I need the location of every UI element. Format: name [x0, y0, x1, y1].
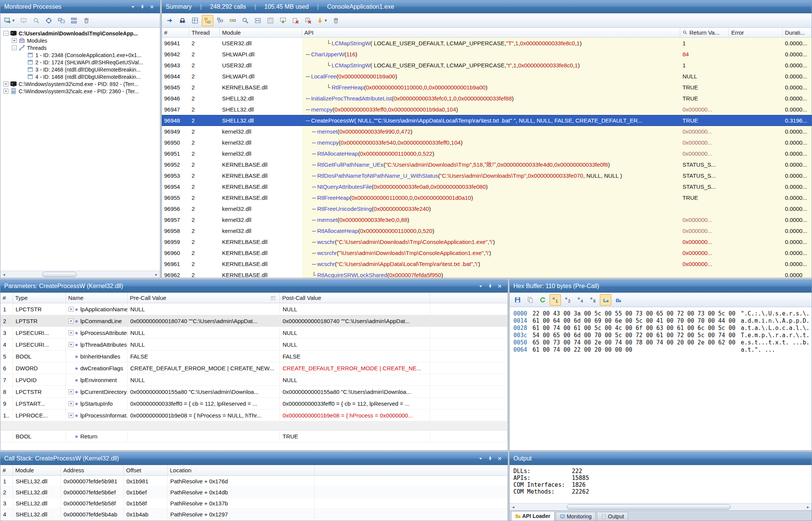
collapse-icon[interactable]: - — [12, 45, 17, 50]
parameter-row[interactable]: 7LPVOID◆lpEnvironmentNULLNULL — [0, 374, 508, 386]
param-column-header[interactable]: Post-Call Value — [280, 293, 430, 303]
column-header[interactable]: Location — [168, 465, 315, 475]
little-endian-button[interactable]: L — [600, 294, 611, 306]
tree-item[interactable]: 2 - ID: 1724 (SHLWAPI.dll!SHReqGetUSVal.… — [0, 59, 160, 66]
horizontal-scrollbar[interactable]: ◂ ▸ — [510, 503, 812, 510]
tab-api-loader[interactable]: API Loader — [511, 511, 555, 521]
expand-icon[interactable]: + — [69, 342, 74, 347]
scrollbar-thumb[interactable] — [42, 272, 77, 277]
tree-item[interactable]: 4 - ID: 1468 (ntdll.dll!DbgUiRemoteBreak… — [0, 73, 160, 80]
api-call-row[interactable]: 969432USER32.dll└LCMapStringW ( LOCALE_U… — [162, 60, 812, 71]
scroll-right-icon[interactable]: ▸ — [804, 503, 812, 510]
tree-item[interactable]: -Threads — [0, 44, 160, 51]
parameter-row[interactable]: 8LPCTSTR+◆lpCurrentDirectory0x0000000000… — [0, 386, 508, 398]
grid-lines-button[interactable] — [265, 15, 276, 26]
tree-item[interactable]: +Modules — [0, 37, 160, 44]
tree-item[interactable]: 3 - ID: 2468 (ntdll.dll!DbgUiRemoteBreak… — [0, 66, 160, 73]
copy-button[interactable] — [524, 294, 536, 306]
delete-button[interactable] — [81, 15, 92, 26]
horizontal-scrollbar[interactable]: ◂ ▸ — [0, 271, 160, 278]
parameters-header[interactable]: Parameters: CreateProcessW (Kernel32.dll… — [0, 280, 508, 293]
api-call-row[interactable]: 969592KERNELBASE.dll─wcschr ( "C:\Users\… — [162, 236, 812, 247]
chevron-down-icon[interactable] — [476, 455, 485, 462]
refresh-button[interactable] — [537, 294, 548, 306]
parameter-row[interactable]: 1..LPPROCE...+◆lpProcessInformat...0x000… — [0, 409, 508, 421]
monitored-processes-header[interactable]: Monitored Processes — [0, 0, 160, 13]
close-icon[interactable] — [148, 3, 156, 11]
parameter-row[interactable]: 2LPTSTR+◆lpCommandLine0x0000000000180740… — [0, 315, 508, 327]
column-header[interactable]: API — [302, 28, 680, 37]
column-header[interactable]: Address — [61, 465, 124, 475]
scrollbar-thumb[interactable] — [567, 504, 730, 510]
expand-icon[interactable]: + — [12, 38, 17, 43]
api-call-row[interactable]: 969462SHELL32.dll─InitializeProcThreadAt… — [162, 93, 812, 104]
autosize-columns-button[interactable] — [252, 15, 264, 26]
tree-item[interactable]: 1 - ID: 2348 (ConsoleApplication1.exe+0x… — [0, 51, 160, 59]
parameter-row[interactable]: 6DWORD◆dwCreationFlagsCREATE_DEFAULT_ERR… — [0, 362, 508, 374]
delete-all-calls-button[interactable] — [302, 15, 314, 26]
output-header[interactable]: Output — [510, 452, 812, 465]
parameter-row[interactable]: 5BOOL◆bInheritHandlesFALSEFALSE — [0, 351, 508, 362]
trash-button[interactable] — [330, 15, 342, 26]
tab-monitoring[interactable]: Monitoring — [556, 512, 596, 521]
api-call-row[interactable]: 969472SHELL32.dll─memcpy ( 0x00000000033… — [162, 104, 812, 115]
module-view-button[interactable] — [68, 15, 80, 26]
tree-item[interactable]: +C:\Windows\system32\cmd.exe - PID: 892 … — [0, 80, 160, 88]
column-header[interactable]: Return Va... — [680, 28, 729, 37]
capture-button[interactable]: ▼ — [315, 15, 329, 26]
api-call-row[interactable]: 969452KERNELBASE.dll└RtlFreeHeap ( 0x000… — [162, 82, 812, 93]
pin-icon[interactable] — [486, 455, 494, 462]
api-call-row[interactable]: 969582kernel32.dll─RtlAllocateHeap ( 0x0… — [162, 225, 812, 236]
target-button[interactable] — [43, 15, 54, 26]
group-8-bytes-button[interactable]: 8 — [587, 294, 599, 306]
pin-icon[interactable] — [138, 3, 147, 11]
scroll-right-icon[interactable]: ▸ — [153, 271, 160, 278]
call-tree-button[interactable] — [214, 15, 226, 26]
tree-item[interactable]: +C:\Windows\system32\calc.exe - PID: 236… — [0, 88, 160, 95]
export-button[interactable] — [277, 15, 289, 26]
parameter-row[interactable]: 3LPSECURI...+◆lpProcessAttributesNULLNUL… — [0, 327, 508, 339]
column-header[interactable]: Module — [220, 28, 302, 37]
api-call-row[interactable]: 969492kernel32.dll─memset ( 0x0000000003… — [162, 126, 812, 137]
call-stack-header[interactable]: Call Stack: CreateProcessW (Kernel32.dll… — [0, 452, 508, 465]
scroll-left-icon[interactable]: ◂ — [510, 503, 517, 510]
hex-buffer-header[interactable]: Hex Buffer: 110 bytes (Pre-Call) — [510, 280, 812, 293]
api-call-row[interactable]: 969482SHELL32.dll─CreateProcessW ( NULL,… — [162, 115, 812, 126]
find-window-button[interactable] — [30, 15, 42, 26]
big-endian-button[interactable]: B — [612, 294, 624, 306]
collapse-call-tree-button[interactable] — [227, 15, 238, 26]
api-call-row[interactable]: 969562kernel32.dll─RtlFreeUnicodeString … — [162, 203, 812, 214]
chevron-down-icon[interactable] — [129, 3, 137, 11]
collapse-icon[interactable]: - — [3, 31, 8, 36]
expand-icon[interactable]: + — [69, 401, 74, 406]
column-header[interactable]: Module — [13, 465, 61, 475]
pin-icon[interactable] — [486, 282, 494, 290]
close-icon[interactable] — [496, 455, 504, 462]
summary-header[interactable]: Summary | 248,292 calls | 105.45 MB used… — [162, 0, 812, 13]
column-header[interactable]: Error — [729, 28, 783, 37]
call-stack-row[interactable]: 4SHELL32.dll0x000007fefde5b4ab0x1b4abPat… — [0, 509, 508, 520]
expand-icon[interactable]: + — [69, 389, 74, 394]
param-column-header[interactable]: Type — [13, 293, 66, 303]
group-1-byte-button[interactable]: 1 — [550, 294, 561, 306]
zoom-button[interactable] — [240, 15, 251, 26]
tree-item[interactable]: -C:\Users\admin\Downloads\Tmp\ConsoleApp… — [0, 30, 160, 37]
column-header[interactable]: # — [162, 28, 189, 37]
expand-icon[interactable]: + — [69, 330, 74, 335]
api-call-row[interactable]: 969412USER32.dll└LCMapStringW ( LOCALE_U… — [162, 38, 812, 49]
call-stack-row[interactable]: 3SHELL32.dll0x000007fefde5b58f0x1b58fPat… — [0, 498, 508, 509]
find-button[interactable] — [177, 15, 188, 26]
call-stack-row[interactable]: 1SHELL32.dll0x000007fefde5b9810x1b981Pat… — [0, 476, 508, 487]
group-4-bytes-button[interactable]: 4 — [575, 294, 586, 306]
api-call-row[interactable]: 969612KERNELBASE.dll─wcschr ( "C:\Users\… — [162, 258, 812, 269]
api-call-row[interactable]: 969502kernel32.dll─memcpy ( 0x0000000003… — [162, 137, 812, 148]
param-column-header[interactable]: # — [0, 293, 13, 303]
column-header[interactable]: Durati... — [783, 28, 812, 37]
api-call-row[interactable]: 969512kernel32.dll─RtlAllocateHeap ( 0x0… — [162, 148, 812, 159]
param-column-header[interactable]: Name — [66, 293, 128, 303]
api-call-row[interactable]: 969422SHLWAPI.dll─CharUpperW ( 116 )840.… — [162, 49, 812, 60]
api-call-row[interactable]: 969442SHLWAPI.dll─LocalFree ( 0x00000000… — [162, 71, 812, 82]
expand-icon[interactable]: + — [69, 319, 74, 323]
new-process-button[interactable]: ▼ — [3, 15, 17, 26]
delete-call-button[interactable] — [290, 15, 301, 26]
